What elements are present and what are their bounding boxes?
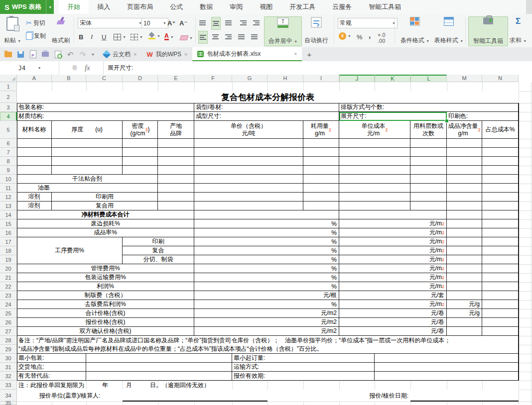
menu-review[interactable]: 审阅 xyxy=(221,0,251,14)
cell[interactable] xyxy=(375,372,519,381)
cell[interactable]: % xyxy=(194,219,339,228)
font-size-select[interactable]: 10▼ xyxy=(141,18,168,28)
tab-cloud-docs[interactable]: 云文档 × xyxy=(99,47,141,61)
cell[interactable] xyxy=(482,291,519,300)
cell[interactable] xyxy=(482,255,519,264)
cell[interactable]: 元/m2 xyxy=(194,327,339,336)
cell[interactable] xyxy=(52,157,123,166)
cell[interactable]: % xyxy=(194,264,339,273)
circled-r-icon[interactable]: ® xyxy=(73,65,77,72)
column-header-L[interactable]: L xyxy=(410,75,447,82)
cell[interactable]: 袋型/卷材: xyxy=(194,103,339,112)
redo-icon[interactable]: ↷ xyxy=(79,50,87,58)
cell[interactable]: 溶剂 xyxy=(17,193,52,202)
row-header-28[interactable]: 28 xyxy=(0,336,17,345)
cell[interactable] xyxy=(17,148,52,157)
cell[interactable]: 成品率% xyxy=(17,228,194,237)
column-header-G[interactable]: G xyxy=(232,75,267,82)
cell[interactable] xyxy=(339,139,410,148)
format-painter-button[interactable]: 格式刷 xyxy=(50,16,72,45)
cell[interactable] xyxy=(158,148,194,157)
cell[interactable] xyxy=(375,354,519,363)
decrease-indent-button[interactable] xyxy=(240,18,247,28)
row-header-11[interactable]: 11 xyxy=(0,184,17,193)
column-header-I[interactable]: I xyxy=(303,75,339,82)
row-header-19[interactable]: 19 xyxy=(0,255,17,264)
cell[interactable] xyxy=(482,228,519,237)
row-header-23[interactable]: 23 xyxy=(0,291,17,300)
cell[interactable]: 成型尺寸: xyxy=(194,112,339,121)
cell[interactable]: 有无替代品: xyxy=(17,372,86,381)
cell[interactable] xyxy=(52,139,123,148)
select-all-corner[interactable] xyxy=(0,75,17,82)
row-header-27[interactable]: 27 xyxy=(0,327,17,336)
cell[interactable] xyxy=(482,273,519,282)
cell[interactable] xyxy=(17,166,52,175)
cell[interactable] xyxy=(447,219,482,228)
cell[interactable] xyxy=(303,175,339,184)
smart-toolbox-button[interactable]: 智能工具箱 xyxy=(468,16,508,46)
cell[interactable]: 报价价格(含税) xyxy=(17,318,194,327)
row-header-20[interactable]: 20 xyxy=(0,264,17,273)
print-preview-icon[interactable] xyxy=(54,50,62,58)
cell[interactable] xyxy=(447,166,482,175)
align-center-button[interactable] xyxy=(212,32,219,42)
cell[interactable]: 元/套 xyxy=(339,291,447,300)
cell[interactable] xyxy=(339,202,410,210)
cell[interactable]: 材质结构: xyxy=(17,112,194,121)
cell[interactable] xyxy=(194,202,303,210)
cell[interactable]: % xyxy=(194,255,339,264)
cell[interactable] xyxy=(447,273,482,282)
cell[interactable] xyxy=(303,139,339,148)
cell[interactable] xyxy=(447,318,482,327)
cell[interactable]: 元/m2 xyxy=(339,255,447,264)
cell[interactable] xyxy=(447,184,482,193)
row-header-35[interactable]: 35 xyxy=(0,402,17,405)
cell[interactable]: 双方确认价格(含税) xyxy=(17,327,194,336)
borders-button[interactable]: ▼ xyxy=(114,32,126,42)
column-header-K[interactable]: K xyxy=(375,75,410,82)
row-header-2[interactable]: 2 xyxy=(0,91,17,103)
cell[interactable]: 用料层数或次数 xyxy=(410,121,447,139)
menu-view[interactable]: 视图 xyxy=(251,0,281,14)
cell[interactable] xyxy=(482,157,519,166)
cell[interactable]: 元/m2 xyxy=(339,273,447,282)
column-header-H[interactable]: H xyxy=(267,75,303,82)
cell[interactable]: 元/m2 xyxy=(339,228,447,237)
filter-button[interactable]: 筛选 xyxy=(526,16,532,45)
paste-button[interactable]: 粘贴 ▼ xyxy=(2,16,23,45)
row-header-25[interactable]: 25 xyxy=(0,309,17,318)
cell[interactable] xyxy=(482,219,519,228)
row-header-12[interactable]: 12 xyxy=(0,193,17,202)
cell[interactable]: 元/g xyxy=(447,300,482,309)
align-right-button[interactable] xyxy=(225,32,232,42)
cell[interactable] xyxy=(482,282,519,291)
cell[interactable] xyxy=(86,354,232,363)
app-menu-caret-icon[interactable]: ▼ xyxy=(46,0,54,14)
cell[interactable]: 元/g xyxy=(447,309,482,318)
cell[interactable]: 元/m2 xyxy=(339,282,447,291)
bold-button[interactable]: B xyxy=(79,32,83,42)
cell[interactable] xyxy=(482,246,519,255)
cell[interactable] xyxy=(339,148,410,157)
cell[interactable] xyxy=(158,184,194,193)
cell[interactable]: % xyxy=(194,228,339,237)
menu-page-layout[interactable]: 页面布局 xyxy=(119,0,161,14)
row-header-8[interactable]: 8 xyxy=(0,157,17,166)
cell[interactable] xyxy=(482,166,519,175)
row-header-18[interactable]: 18 xyxy=(0,246,17,255)
cell[interactable] xyxy=(194,157,303,166)
underline-button[interactable]: U xyxy=(102,32,106,42)
open-folder-icon[interactable] xyxy=(4,50,12,58)
new-tab-button[interactable]: + xyxy=(302,47,316,61)
cell[interactable]: 溶剂 xyxy=(17,202,52,210)
eraser-button[interactable]: ▼ xyxy=(180,33,193,43)
cell[interactable] xyxy=(447,264,482,273)
row-header-3[interactable]: 3 xyxy=(0,103,17,112)
comma-style-button[interactable]: , xyxy=(369,30,371,40)
increase-indent-button[interactable] xyxy=(253,18,260,28)
cell[interactable]: 材料名称 xyxy=(17,121,52,139)
cell[interactable]: 最小起订量: xyxy=(232,354,375,363)
cell[interactable] xyxy=(447,282,482,291)
row-header-13[interactable]: 13 xyxy=(0,202,17,210)
